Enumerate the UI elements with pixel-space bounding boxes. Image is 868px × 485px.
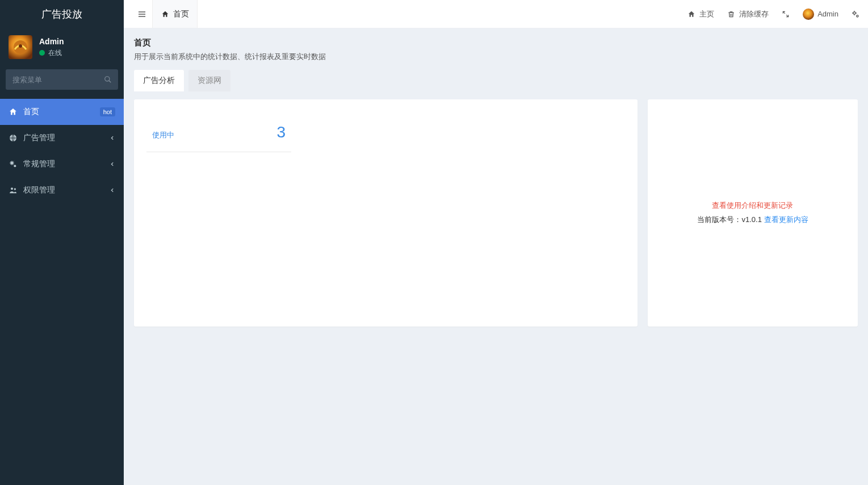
update-intro-link[interactable]: 查看使用介绍和更新记录 [697,199,808,213]
update-panel: 查看使用介绍和更新记录 当前版本号：v1.0.1 查看更新内容 [648,99,858,327]
settings-button[interactable] [851,10,860,19]
svg-line-3 [109,81,111,83]
sidebar-username: Admin [39,37,64,46]
sidebar-item-ad-mgmt[interactable]: 广告管理 [0,125,124,151]
view-update-link[interactable]: 查看更新内容 [764,215,808,224]
sidebar-menu: 首页 hot 广告管理 [0,99,124,203]
home-icon [687,10,696,19]
chevron-left-icon [110,187,115,193]
sidebar-item-perm-mgmt[interactable]: 权限管理 [0,177,124,203]
nav-label: 清除缓存 [739,9,769,19]
sidebar-item-label: 首页 [23,107,39,117]
expand-icon [781,10,790,19]
main: 首页 主页 清除缓存 [124,0,868,485]
home-icon [9,107,18,116]
hamburger-button[interactable] [132,10,152,19]
sidebar-status: 在线 [39,48,64,58]
status-label: 在线 [48,48,62,58]
content-tabs: 广告分析 资源网 [134,70,858,91]
nav-home-link[interactable]: 主页 [687,9,714,19]
clear-cache-button[interactable]: 清除缓存 [727,9,769,19]
trash-icon [727,10,736,19]
online-dot-icon [39,50,45,56]
gears-icon [851,10,860,19]
nav-label: 主页 [699,9,714,19]
svg-point-12 [853,12,856,14]
sidebar-item-general-mgmt[interactable]: 常规管理 [0,151,124,177]
sidebar-item-label: 常规管理 [23,159,55,169]
gears-icon [9,160,18,169]
page-description: 用于展示当前系统中的统计数据、统计报表及重要实时数据 [134,52,858,62]
svg-point-6 [14,165,16,167]
page-header: 首页 用于展示当前系统中的统计数据、统计报表及重要实时数据 广告分析 资源网 [124,28,868,99]
browser-icon [9,133,18,143]
avatar-icon [803,9,814,20]
tab-resource[interactable]: 资源网 [188,70,230,91]
chevron-left-icon [110,135,115,141]
search-icon[interactable] [98,69,118,90]
stats-panel: 使用中 3 [134,99,638,327]
hot-badge: hot [100,107,115,116]
version-line: 当前版本号：v1.0.1 查看更新内容 [697,213,808,227]
svg-point-13 [857,15,858,16]
topbar: 首页 主页 清除缓存 [124,0,868,28]
stat-in-use: 使用中 3 [146,115,291,152]
version-number: v1.0.1 [741,215,761,224]
version-prefix: 当前版本号： [697,215,741,224]
sidebar-search [6,69,118,90]
sidebar-item-label: 权限管理 [23,185,55,195]
page-title: 首页 [134,37,858,48]
sidebar-user-panel: Admin 在线 [0,28,124,66]
stat-value: 3 [276,123,286,141]
sidebar: 广告投放 Admin 在线 [0,0,124,485]
chevron-left-icon [110,161,115,167]
content-area: 使用中 3 查看使用介绍和更新记录 当前版本号：v1.0.1 查看更新内容 [124,99,868,337]
nav-label: Admin [817,10,838,18]
tab-analysis[interactable]: 广告分析 [134,70,184,91]
sidebar-item-home[interactable]: 首页 hot [0,99,124,125]
user-menu[interactable]: Admin [803,9,838,20]
fullscreen-button[interactable] [781,10,790,19]
tab-home[interactable]: 首页 [152,0,198,28]
svg-point-2 [105,77,110,81]
avatar[interactable] [9,35,32,59]
brand-title: 广告投放 [0,0,124,28]
sidebar-item-label: 广告管理 [23,133,55,143]
tab-label: 首页 [173,9,189,19]
svg-point-7 [11,187,13,190]
svg-point-8 [14,188,16,190]
users-icon [9,186,18,195]
home-icon [161,10,170,19]
svg-point-1 [19,44,22,48]
stat-label: 使用中 [152,130,174,140]
